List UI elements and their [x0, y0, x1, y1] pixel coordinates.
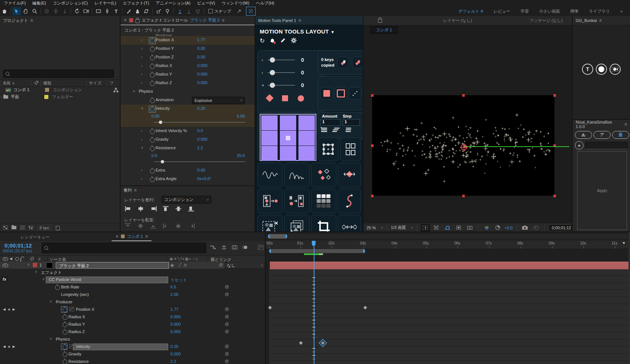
shape-decompose-button[interactable] [596, 64, 607, 75]
expand-chevron-icon[interactable]: › [141, 137, 142, 141]
add-keyframe-button[interactable]: ◆ [8, 307, 10, 311]
comp-handle[interactable] [371, 144, 374, 147]
dotted-path-button[interactable] [349, 87, 361, 100]
distribute-right-button[interactable] [188, 223, 195, 229]
close-icon[interactable]: ✕ [115, 234, 119, 239]
rectangle-tool[interactable] [94, 7, 103, 15]
zoom-tool[interactable] [30, 7, 39, 15]
orbit-camera-tool[interactable] [42, 7, 51, 15]
keyframe-selected[interactable] [321, 341, 325, 345]
effect-row-radius-y[interactable]: ›Radius Y0.000 [121, 70, 255, 79]
workspace-review[interactable]: レビュー [493, 9, 510, 14]
property-value[interactable]: 0.000 [170, 352, 181, 356]
viewer-timecode[interactable]: 0;00;01;12 [549, 224, 572, 231]
effect-row-physics[interactable]: ˅Physics [121, 87, 255, 96]
comp-subtab[interactable]: コンポ 1 [370, 26, 398, 34]
adjust-icon[interactable] [29, 226, 33, 230]
wiggle-tool-button[interactable] [258, 163, 283, 187]
camera-tool[interactable] [81, 7, 90, 15]
workspace-standard[interactable]: 標準 [570, 9, 579, 14]
render-queue-tab[interactable]: レンダーキュー [20, 234, 49, 240]
align-right-button[interactable] [150, 206, 157, 211]
layer-fx-switch[interactable]: fx [184, 263, 187, 267]
sync-icon[interactable]: ↻ [260, 37, 265, 44]
effect-row-slider[interactable]: 0.025.0 [121, 153, 255, 166]
motion-tools-layout-header[interactable]: MOTION TOOLS LAYOUT ▼ [260, 28, 335, 35]
close-icon[interactable]: ✕ [124, 18, 127, 23]
menu-edit[interactable]: 編集(E) [32, 0, 46, 6]
timeline-row-velocity[interactable]: ◀◆▶Velocity0.25@ [0, 343, 265, 351]
expand-chevron-icon[interactable]: › [141, 64, 142, 68]
draft-3d-icon[interactable] [220, 243, 228, 251]
expand-chevron-icon[interactable]: › [141, 168, 142, 172]
brush-tool[interactable] [124, 7, 133, 15]
duplicate-layers-button[interactable] [284, 215, 310, 232]
effect-row-position-y[interactable]: ›Position Y0.00 [121, 45, 255, 53]
timeline-scrollbar[interactable] [629, 232, 630, 364]
stopwatch-icon[interactable] [150, 146, 155, 151]
timeline-search-input[interactable] [42, 243, 206, 253]
stopwatch-icon[interactable] [150, 47, 155, 52]
remove-mask-button[interactable] [258, 215, 283, 232]
region-of-interest-button[interactable] [454, 224, 463, 232]
expand-chevron-icon[interactable]: ˅ [133, 89, 135, 93]
roto-brush-tool[interactable] [154, 7, 163, 15]
distribute-top-button[interactable] [125, 223, 131, 229]
parent-pickwhip-icon[interactable]: @ [225, 359, 229, 363]
folder-label-swatch[interactable] [44, 95, 48, 99]
extract-shapes-button[interactable] [258, 189, 283, 213]
stopwatch-icon[interactable] [150, 107, 155, 112]
local-axis-mode-icon[interactable] [175, 7, 184, 15]
kanji-pill-button[interactable]: 亜 [612, 131, 629, 139]
comp-handle[interactable] [553, 195, 556, 197]
expand-chevron-icon[interactable]: › [141, 81, 142, 85]
keyframe[interactable] [268, 306, 272, 310]
property-value[interactable]: 1.77 [197, 38, 205, 42]
layer-best-quality-switch[interactable]: ╱ [179, 263, 181, 268]
align-target-dropdown[interactable]: コンポジション˅ [162, 196, 211, 204]
expand-chevron-icon[interactable]: ˅ [50, 337, 52, 341]
expand-chevron-icon[interactable]: ˅ [42, 277, 45, 281]
stopwatch-icon[interactable] [63, 352, 67, 357]
katakana-pill-button[interactable]: ア [594, 131, 611, 139]
animation-dropdown[interactable]: Explosive˅ [192, 97, 245, 104]
timeline-row-cc-particle-world[interactable]: fx˅CC Particle Worldリセット [0, 276, 265, 284]
anchor-cell-2-1[interactable] [280, 146, 296, 161]
keyframe[interactable] [299, 341, 303, 345]
col-type[interactable]: 種類 [41, 80, 86, 87]
mask-visibility-button[interactable] [443, 224, 452, 232]
expand-chevron-icon[interactable]: › [1, 95, 2, 99]
menu-animation[interactable]: アニメーション(A) [156, 0, 190, 6]
resolution-select[interactable]: 1/3 画質˅ [391, 225, 413, 230]
outline-square-button[interactable] [335, 87, 347, 100]
menu-window[interactable]: ウィンドウ(W) [222, 0, 249, 6]
stagger-left-icon[interactable] [320, 127, 329, 132]
timeline-row-resistance[interactable]: Resistance2.2@ [0, 358, 265, 364]
timeline-row-radius-z[interactable]: Radius Z0.000@ [0, 328, 265, 336]
add-keyframe-button[interactable]: ◆ [8, 345, 10, 348]
project-item-comp1[interactable]: コンポ 1 コンポジション [0, 86, 120, 93]
timeline-row-position-x[interactable]: ◀◆▶Position X1.77@ [0, 306, 265, 313]
effect-row-velocity[interactable]: ˅Velocity0.25 [121, 105, 255, 113]
exposure-value[interactable]: +0.0 [505, 226, 513, 230]
comp-handle[interactable] [462, 94, 465, 97]
align-panel-menu-icon[interactable]: ≡ [134, 188, 137, 193]
clone-stamp-tool[interactable] [133, 7, 142, 15]
panel-menu-icon[interactable]: ≡ [222, 18, 224, 23]
stopwatch-icon[interactable] [150, 55, 155, 60]
property-value[interactable]: 0x+0.0° [197, 176, 211, 181]
s-curve-button[interactable] [338, 189, 361, 213]
comp-mini-flowchart-icon[interactable] [208, 243, 217, 251]
workspace-small-screen[interactable]: 小さい画面 [539, 9, 560, 14]
selection-tool[interactable] [12, 7, 21, 15]
property-value[interactable]: 0.000 [170, 329, 181, 334]
graph-editor-icon[interactable] [256, 243, 265, 251]
menu-help[interactable]: ヘルプ(H) [256, 0, 274, 6]
filled-square-button[interactable] [320, 87, 333, 100]
offset-slider-prev[interactable] [268, 60, 295, 60]
col-name[interactable]: 名前 ▼ [0, 80, 32, 87]
comp-handle[interactable] [553, 94, 556, 97]
timeline-row-physics[interactable]: ˅Physics [0, 336, 265, 343]
layer-video-eye[interactable] [3, 264, 8, 268]
layer-row[interactable]: ˅ 1 ブラック 平面 2 ◉ ╱ fx @ なし˅ [0, 262, 265, 269]
